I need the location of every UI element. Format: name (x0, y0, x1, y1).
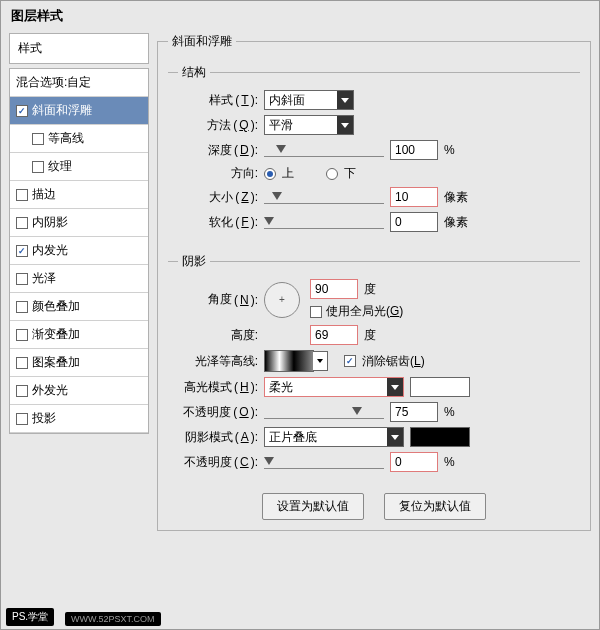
dialog-title: 图层样式 (1, 1, 599, 31)
depth-slider[interactable] (264, 143, 384, 157)
panel-title: 斜面和浮雕 (168, 33, 236, 50)
technique-label: 方法(Q): (178, 117, 258, 134)
sidebar-item-label: 描边 (32, 186, 56, 203)
blend-options-item[interactable]: 混合选项:自定 (10, 69, 148, 97)
sidebar-item-label: 纹理 (48, 158, 72, 175)
checkbox-icon[interactable] (16, 217, 28, 229)
reset-default-button[interactable]: 复位为默认值 (384, 493, 486, 520)
sidebar-item[interactable]: 外发光 (10, 377, 148, 405)
direction-up-radio[interactable] (264, 168, 276, 180)
checkbox-icon[interactable] (16, 329, 28, 341)
sidebar-item-label: 斜面和浮雕 (32, 102, 92, 119)
checkbox-icon[interactable] (32, 133, 44, 145)
sidebar-item-label: 渐变叠加 (32, 326, 80, 343)
checkbox-icon[interactable]: ✓ (16, 105, 28, 117)
highlight-mode-select[interactable]: 柔光 (264, 377, 404, 397)
checkbox-icon[interactable]: ✓ (16, 245, 28, 257)
soften-input[interactable] (390, 212, 438, 232)
sidebar-item-label: 光泽 (32, 270, 56, 287)
structure-group: 结构 样式(T): 内斜面 方法(Q): 平滑 深度(D): % (168, 64, 580, 247)
angle-dial[interactable] (264, 282, 300, 318)
soften-label: 软化(F): (178, 214, 258, 231)
shadow-mode-label: 阴影模式(A): (178, 429, 258, 446)
shadow-opacity-input[interactable] (390, 452, 438, 472)
bevel-fieldset: 斜面和浮雕 结构 样式(T): 内斜面 方法(Q): 平滑 深度(D): (157, 33, 591, 531)
sidebar-item-label: 投影 (32, 410, 56, 427)
chevron-down-icon (387, 428, 403, 446)
highlight-mode-label: 高光模式(H): (178, 379, 258, 396)
altitude-input[interactable] (310, 325, 358, 345)
checkbox-icon[interactable] (32, 161, 44, 173)
chevron-down-icon (337, 116, 353, 134)
sidebar-item[interactable]: 颜色叠加 (10, 293, 148, 321)
shadow-color-swatch[interactable] (410, 427, 470, 447)
sidebar-item-label: 外发光 (32, 382, 68, 399)
highlight-opacity-slider[interactable] (264, 405, 384, 419)
style-label: 样式(T): (178, 92, 258, 109)
gloss-contour-picker[interactable] (264, 350, 314, 372)
technique-select[interactable]: 平滑 (264, 115, 354, 135)
soften-slider[interactable] (264, 215, 384, 229)
depth-input[interactable] (390, 140, 438, 160)
gloss-label: 光泽等高线: (178, 353, 258, 370)
depth-label: 深度(D): (178, 142, 258, 159)
style-select[interactable]: 内斜面 (264, 90, 354, 110)
sidebar-item[interactable]: 投影 (10, 405, 148, 433)
direction-label: 方向: (178, 165, 258, 182)
chevron-down-icon (387, 378, 403, 396)
sidebar-item[interactable]: ✓斜面和浮雕 (10, 97, 148, 125)
shading-group: 阴影 角度(N): 度 使用全局光(G) (168, 253, 580, 487)
angle-label: 角度(N): (178, 291, 258, 308)
style-list: 混合选项:自定 ✓斜面和浮雕等高线纹理描边内阴影✓内发光光泽颜色叠加渐变叠加图案… (9, 68, 149, 434)
sidebar-item-label: 图案叠加 (32, 354, 80, 371)
size-input[interactable] (390, 187, 438, 207)
highlight-opacity-input[interactable] (390, 402, 438, 422)
highlight-opacity-label: 不透明度(O): (178, 404, 258, 421)
sidebar-item[interactable]: 等高线 (10, 125, 148, 153)
shadow-mode-select[interactable]: 正片叠底 (264, 427, 404, 447)
altitude-label: 高度: (178, 327, 258, 344)
sidebar-item-label: 内发光 (32, 242, 68, 259)
main-panel: 斜面和浮雕 结构 样式(T): 内斜面 方法(Q): 平滑 深度(D): (157, 33, 591, 537)
sidebar-item[interactable]: 图案叠加 (10, 349, 148, 377)
sidebar-item-label: 颜色叠加 (32, 298, 80, 315)
sidebar-item[interactable]: 光泽 (10, 265, 148, 293)
direction-down-radio[interactable] (326, 168, 338, 180)
highlight-color-swatch[interactable] (410, 377, 470, 397)
sidebar-item[interactable]: 描边 (10, 181, 148, 209)
checkbox-icon[interactable] (16, 189, 28, 201)
shadow-opacity-slider[interactable] (264, 455, 384, 469)
global-light-checkbox[interactable] (310, 306, 322, 318)
size-label: 大小(Z): (178, 189, 258, 206)
sidebar-item-label: 等高线 (48, 130, 84, 147)
sidebar-item-label: 内阴影 (32, 214, 68, 231)
sidebar-item[interactable]: ✓内发光 (10, 237, 148, 265)
watermark-url: WWW.52PSXT.COM (65, 612, 161, 626)
sidebar-item[interactable]: 内阴影 (10, 209, 148, 237)
shadow-opacity-label: 不透明度(C): (178, 454, 258, 471)
chevron-down-icon (313, 351, 328, 371)
antialias-checkbox[interactable]: ✓ (344, 355, 356, 367)
layer-style-dialog: 图层样式 样式 混合选项:自定 ✓斜面和浮雕等高线纹理描边内阴影✓内发光光泽颜色… (0, 0, 600, 630)
watermark: PS.学堂 (6, 608, 54, 626)
checkbox-icon[interactable] (16, 357, 28, 369)
sidebar-item[interactable]: 渐变叠加 (10, 321, 148, 349)
checkbox-icon[interactable] (16, 301, 28, 313)
angle-input[interactable] (310, 279, 358, 299)
checkbox-icon[interactable] (16, 273, 28, 285)
checkbox-icon[interactable] (16, 385, 28, 397)
checkbox-icon[interactable] (16, 413, 28, 425)
sidebar-item[interactable]: 纹理 (10, 153, 148, 181)
chevron-down-icon (337, 91, 353, 109)
styles-sidebar: 样式 混合选项:自定 ✓斜面和浮雕等高线纹理描边内阴影✓内发光光泽颜色叠加渐变叠… (9, 33, 149, 537)
sidebar-header: 样式 (9, 33, 149, 64)
size-slider[interactable] (264, 190, 384, 204)
make-default-button[interactable]: 设置为默认值 (262, 493, 364, 520)
